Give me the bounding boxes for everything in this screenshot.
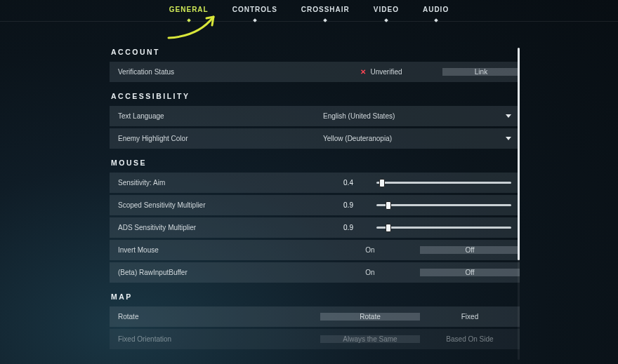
row-invert-mouse: Invert Mouse On Off [110, 240, 520, 260]
scoped-sens-value[interactable]: 0.9 [320, 201, 376, 209]
link-button[interactable]: Link [442, 68, 520, 76]
text-language-dropdown[interactable]: English (United States) [320, 112, 520, 120]
verification-label: Verification Status [110, 62, 320, 82]
scoped-sens-label: Scoped Sensitivity Multiplier [110, 195, 320, 215]
settings-nav: GENERAL CONTROLS CROSSHAIR VIDEO AUDIO [0, 0, 618, 21]
text-language-label: Text Language [110, 106, 320, 126]
ads-sens-label: ADS Sensitivity Multiplier [110, 217, 320, 238]
panel-scrollbar[interactable] [518, 48, 520, 360]
chevron-down-icon [506, 137, 511, 140]
map-rotate-opt-rotate[interactable]: Rotate [320, 313, 420, 321]
text-language-value: English (United States) [323, 112, 395, 120]
sensitivity-slider[interactable] [376, 182, 520, 184]
section-title-mouse: MOUSE [111, 159, 520, 167]
invert-mouse-label: Invert Mouse [110, 240, 320, 260]
sensitivity-value[interactable]: 0.4 [320, 179, 376, 187]
row-text-language: Text Language English (United States) [110, 106, 520, 126]
section-title-map: MAP [111, 292, 520, 301]
x-icon: ✕ [360, 68, 366, 76]
invert-mouse-toggle[interactable]: On Off [320, 240, 520, 260]
fixed-orientation-opt-a: Always the Same [320, 335, 420, 343]
slider-thumb[interactable] [386, 224, 391, 232]
tab-crosshair[interactable]: CROSSHAIR [301, 6, 350, 13]
fixed-orientation-toggle: Always the Same Based On Side [320, 329, 520, 349]
map-rotate-opt-fixed[interactable]: Fixed [420, 313, 520, 321]
raw-input-toggle[interactable]: On Off [320, 262, 520, 283]
tab-video[interactable]: VIDEO [374, 6, 399, 13]
invert-mouse-off[interactable]: Off [420, 246, 520, 254]
row-verification: Verification Status ✕ Unverified Link [110, 62, 520, 82]
section-title-accessibility: ACCESSIBILITY [111, 92, 520, 100]
ads-sens-slider[interactable] [376, 227, 520, 229]
nav-tabs: GENERAL CONTROLS CROSSHAIR VIDEO AUDIO [0, 0, 618, 13]
tab-audio[interactable]: AUDIO [423, 6, 449, 13]
slider-thumb[interactable] [386, 201, 391, 210]
nav-divider [0, 21, 618, 22]
row-fixed-orientation: Fixed Orientation Always the Same Based … [110, 329, 520, 349]
verification-value: Unverified [370, 68, 402, 76]
verification-status: ✕ Unverified [320, 68, 442, 76]
fixed-orientation-label: Fixed Orientation [110, 329, 320, 349]
raw-input-off[interactable]: Off [420, 269, 520, 276]
map-rotate-toggle[interactable]: Rotate Fixed [320, 306, 520, 327]
enemy-highlight-dropdown[interactable]: Yellow (Deuteranopia) [320, 135, 520, 142]
row-ads-sens: ADS Sensitivity Multiplier 0.9 [110, 217, 520, 238]
slider-thumb[interactable] [379, 179, 385, 187]
enemy-highlight-label: Enemy Highlight Color [110, 128, 320, 149]
row-map-rotate: Rotate Rotate Fixed [110, 306, 520, 327]
row-sensitivity: Sensitivity: Aim 0.4 [110, 173, 520, 193]
invert-mouse-on[interactable]: On [320, 246, 420, 254]
raw-input-on[interactable]: On [320, 269, 420, 276]
fixed-orientation-opt-b: Based On Side [420, 335, 520, 343]
row-scoped-sens: Scoped Sensitivity Multiplier 0.9 [110, 195, 520, 215]
raw-input-label: (Beta) RawInputBuffer [110, 262, 320, 283]
row-enemy-highlight: Enemy Highlight Color Yellow (Deuteranop… [110, 128, 520, 149]
scoped-sens-slider[interactable] [376, 204, 520, 206]
map-rotate-label: Rotate [110, 306, 320, 327]
chevron-down-icon [506, 114, 511, 118]
scrollbar-thumb[interactable] [518, 48, 520, 260]
tab-general[interactable]: GENERAL [169, 6, 209, 13]
sensitivity-label: Sensitivity: Aim [110, 173, 320, 193]
ads-sens-value[interactable]: 0.9 [320, 224, 376, 231]
row-raw-input: (Beta) RawInputBuffer On Off [110, 262, 520, 283]
tab-controls[interactable]: CONTROLS [232, 6, 277, 13]
section-title-account: ACCOUNT [111, 48, 520, 56]
settings-panel: ACCOUNT Verification Status ✕ Unverified… [110, 48, 520, 364]
enemy-highlight-value: Yellow (Deuteranopia) [323, 135, 392, 142]
